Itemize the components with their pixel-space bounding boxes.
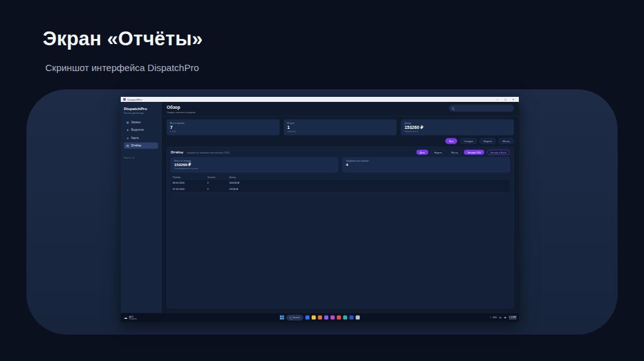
filter-today-button[interactable]: Сегодня — [460, 138, 477, 145]
table-row[interactable]: 08.02.2026 2 140130 ₽ — [171, 180, 510, 186]
summary-label: Завершённых заказов — [346, 160, 506, 162]
col-revenue: Доход — [230, 176, 508, 179]
taskbar-weather-widget[interactable]: ☁ 20°C Облачно — [124, 316, 136, 320]
taskbar-clock[interactable]: 1:53 AM 2/8/2026 — [509, 316, 516, 320]
stat-value: 7 — [170, 125, 276, 130]
taskbar-app-icon[interactable] — [305, 316, 309, 320]
stat-value: 153260 ₽ — [404, 125, 510, 130]
report-summary-cards: Итого за период 153260 ₽ Просуммировано … — [167, 157, 514, 175]
table-header-row: Период Заказов Доход — [171, 175, 510, 180]
sidebar-nav: ▦ Заказы ♟ Водители ◈ Карта ▤ Отчёты — [124, 119, 158, 150]
window-title: DispatchPro — [128, 98, 142, 101]
close-icon[interactable]: × — [510, 97, 516, 102]
app-version: Версия 1.0 — [124, 157, 158, 159]
cell-orders: 2 — [208, 181, 230, 184]
table-row[interactable]: 07.02.2026 2 13130 ₽ — [171, 186, 510, 192]
slide-title: Экран «Отчёты» — [43, 28, 203, 50]
taskbar-app-icon[interactable] — [355, 316, 360, 320]
taskbar: ☁ 20°C Облачно Search ^ ENG — [121, 313, 519, 322]
col-period: Период — [173, 176, 208, 179]
taskbar-app-icon[interactable] — [330, 316, 335, 320]
tray-chevron-icon[interactable]: ^ — [490, 316, 491, 319]
map-icon: ◈ — [126, 136, 130, 140]
speaker-icon[interactable] — [504, 316, 507, 319]
cell-period: 07.02.2026 — [173, 187, 208, 191]
app-logo-icon — [123, 98, 126, 101]
stat-sub: в базе — [170, 130, 276, 133]
sidebar-item-label: Карта — [131, 136, 139, 140]
app-window: DispatchPro – □ × DispatchPro Панель дис… — [121, 97, 519, 322]
summary-card-total: Итого за период 153260 ₽ Просуммировано … — [171, 157, 338, 172]
slide-subtitle: Скриншот интерфейса DispatchPro — [45, 62, 199, 73]
sidebar-item-drivers[interactable]: ♟ Водители — [124, 127, 158, 133]
wifi-icon[interactable] — [499, 316, 502, 319]
reports-title: Отчёты — [171, 150, 184, 154]
filter-week-button[interactable]: Неделя — [480, 138, 496, 145]
reports-icon: ▤ — [126, 144, 130, 147]
stat-card-total-orders: Всего заказов 7 в базе — [167, 119, 279, 135]
tray-date: 2/8/2026 — [509, 318, 516, 319]
taskbar-app-icon[interactable] — [336, 316, 341, 320]
maximize-icon[interactable]: □ — [502, 97, 509, 102]
taskbar-center: Search — [280, 314, 360, 320]
stat-value: 1 — [287, 125, 393, 130]
report-day-button[interactable]: День — [416, 150, 428, 155]
stat-label: Доход — [404, 122, 510, 125]
col-orders: Заказов — [208, 176, 230, 179]
taskbar-search[interactable]: Search — [286, 314, 303, 320]
sidebar-item-label: Водители — [131, 128, 144, 131]
report-week-button[interactable]: Неделя — [431, 150, 445, 155]
reports-panel-header: Отчёты выгрузка по завершённым заказам (… — [167, 147, 514, 157]
stat-card-in-transit: В пути 1 активных — [284, 119, 396, 135]
taskbar-app-icon[interactable] — [343, 316, 347, 320]
sidebar-item-label: Отчёты — [131, 144, 142, 147]
filter-month-button[interactable]: Месяц — [499, 138, 514, 145]
reports-description: выгрузка по завершённым заказам (CSV) — [187, 151, 230, 153]
summary-value: 153260 ₽ — [174, 162, 335, 167]
taskbar-app-icon[interactable] — [311, 316, 316, 320]
system-tray: ^ ENG 1:53 AM 2/8/2026 — [490, 316, 516, 320]
language-indicator[interactable]: ENG — [493, 316, 497, 318]
report-month-button[interactable]: Месяц — [448, 150, 462, 155]
cell-orders: 2 — [208, 187, 230, 191]
taskbar-app-icon[interactable] — [349, 316, 353, 320]
orders-icon: ▦ — [126, 121, 130, 124]
taskbar-app-icon[interactable] — [318, 316, 322, 320]
cell-period: 08.02.2026 — [173, 181, 208, 184]
search-icon — [289, 316, 291, 318]
stat-label: В пути — [287, 122, 393, 125]
filter-all-button[interactable]: Все — [445, 138, 457, 145]
stat-card-revenue: Доход 153260 ₽ выручка всего — [401, 119, 514, 135]
stat-sub: выручка всего — [404, 130, 510, 133]
sidebar-item-reports[interactable]: ▤ Отчёты — [124, 143, 158, 149]
summary-value: 4 — [346, 162, 506, 167]
drivers-icon: ♟ — [126, 128, 130, 131]
summary-label: Итого за период — [174, 160, 335, 162]
search-input[interactable] — [449, 105, 514, 112]
sidebar: DispatchPro Панель диспетчера ▦ Заказы ♟… — [121, 102, 162, 313]
window-titlebar: DispatchPro – □ × — [121, 97, 519, 102]
search-icon — [452, 107, 455, 109]
weather-cloud-icon: ☁ — [124, 316, 128, 320]
sidebar-subtitle: Панель диспетчера — [124, 112, 158, 114]
start-button[interactable] — [280, 316, 284, 320]
minimize-icon[interactable]: – — [494, 97, 501, 102]
report-table: Период Заказов Доход 08.02.2026 2 140130… — [167, 175, 514, 192]
cell-revenue: 13130 ₽ — [230, 187, 508, 191]
taskbar-app-icon[interactable] — [324, 316, 328, 320]
summary-card-completed: Завершённых заказов 4 — [343, 157, 510, 172]
taskbar-search-label: Search — [292, 316, 300, 319]
sidebar-app-name: DispatchPro — [124, 106, 158, 111]
period-filters: Все Сегодня Неделя Месяц — [162, 135, 519, 144]
main-content: Обзор Сводка заказов и выручки Всего зак… — [162, 102, 519, 313]
weather-condition: Облачно — [129, 318, 136, 319]
reports-panel: Отчёты выгрузка по завершённым заказам (… — [167, 147, 514, 309]
stat-cards: Всего заказов 7 в базе В пути 1 активных… — [162, 116, 519, 135]
summary-sub: Просуммировано по датам — [174, 168, 335, 170]
stat-sub: активных — [287, 130, 393, 133]
sidebar-item-label: Заказы — [131, 121, 141, 124]
sidebar-item-map[interactable]: ◈ Карта — [124, 135, 158, 141]
sidebar-item-orders[interactable]: ▦ Заказы — [124, 119, 158, 125]
export-excel-button[interactable]: Экспорт в Excel — [487, 150, 510, 155]
export-csv-button[interactable]: Экспорт CSV — [464, 150, 484, 155]
